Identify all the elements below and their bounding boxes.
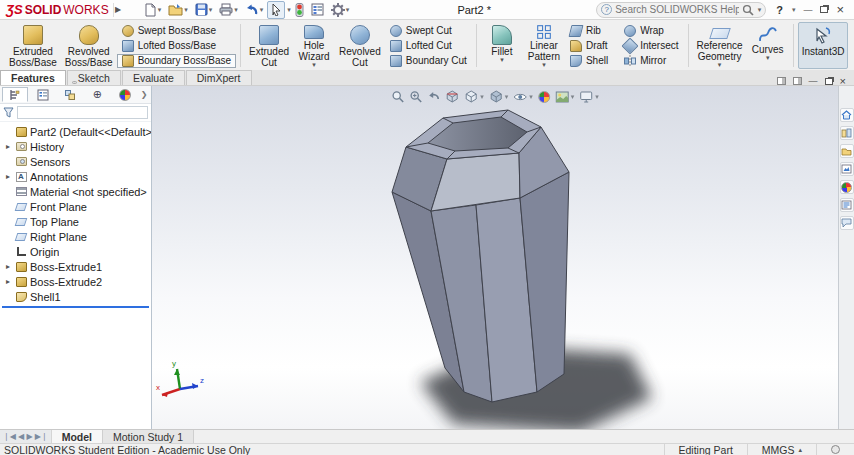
tree-item-top-plane[interactable]: Top Plane — [0, 214, 151, 229]
view-settings-caret[interactable]: ▾ — [595, 93, 599, 101]
rollback-bar[interactable] — [2, 306, 149, 308]
tree-item-shell1[interactable]: Shell1 — [0, 289, 151, 304]
reference-geometry-caret[interactable]: ▾ — [718, 62, 722, 68]
design-library-tab[interactable] — [840, 126, 854, 140]
print-button[interactable]: ▾ — [216, 1, 241, 19]
hole-wizard-button[interactable]: Hole Wizard ▾ — [293, 22, 335, 69]
tree-item-front-plane[interactable]: Front Plane — [0, 199, 151, 214]
open-file-button[interactable]: ▾ — [165, 1, 191, 19]
file-properties-button[interactable] — [308, 1, 327, 19]
tree-item-sensors[interactable]: Sensors — [0, 154, 151, 169]
tree-item-annotations[interactable]: ▸ A Annotations — [0, 169, 151, 184]
reference-geometry-button[interactable]: Reference Geometry ▾ — [693, 22, 747, 69]
model-canvas[interactable]: y x z — [152, 86, 838, 429]
swept-boss-base-button[interactable]: Swept Boss/Base — [117, 24, 236, 38]
edit-appearance-button[interactable] — [537, 90, 551, 104]
panel-splitter-handle[interactable] — [72, 81, 77, 84]
curves-button[interactable]: Curves ▾ — [747, 22, 789, 69]
hole-wizard-caret[interactable]: ▾ — [312, 62, 316, 68]
tree-item-right-plane[interactable]: Right Plane — [0, 229, 151, 244]
display-style-button[interactable]: ▾ — [488, 89, 510, 104]
tag-status-button[interactable] — [816, 444, 854, 455]
expand-arrow-icon[interactable]: ▸ — [4, 262, 12, 271]
revolved-cut-button[interactable]: Revolved Cut — [335, 22, 385, 69]
wrap-button[interactable]: Wrap — [619, 24, 683, 38]
tab-features[interactable]: Features — [0, 70, 66, 85]
tab-dimxpert[interactable]: DimXpert — [186, 70, 252, 85]
view-orientation-button[interactable]: ▾ — [463, 89, 485, 104]
swept-cut-button[interactable]: Swept Cut — [385, 24, 472, 38]
extruded-boss-base-button[interactable]: Extruded Boss/Base — [5, 22, 61, 69]
displaymanager-tab[interactable] — [112, 87, 138, 102]
search-icon[interactable] — [742, 4, 754, 16]
configurationmanager-tab[interactable] — [57, 87, 83, 102]
zoom-to-area-button[interactable] — [408, 89, 423, 104]
intersect-button[interactable]: Intersect — [619, 39, 683, 53]
search-help-box[interactable]: ? Search SOLIDWORKS Help ▾ — [596, 2, 766, 18]
doc-minimize-button[interactable]: — — [809, 77, 818, 85]
apply-scene-caret[interactable]: ▾ — [571, 93, 575, 101]
undo-button[interactable]: ▾ — [242, 1, 267, 19]
display-pane-right-icon[interactable] — [793, 77, 802, 85]
tree-item-boss-extrude2[interactable]: ▸ Boss-Extrude2 — [0, 274, 151, 289]
view-palette-tab[interactable] — [840, 162, 854, 176]
help-menu-button[interactable]: ? — [776, 4, 783, 16]
hide-show-items-button[interactable]: ▾ — [512, 90, 534, 104]
previous-view-button[interactable] — [426, 89, 441, 104]
unit-system-selector[interactable]: MMGS ▴ — [747, 444, 816, 455]
tab-evaluate[interactable]: Evaluate — [122, 70, 185, 85]
display-pane-left-icon[interactable] — [777, 77, 786, 85]
rib-button[interactable]: Rib — [565, 24, 613, 38]
options-button[interactable]: ▾ — [328, 1, 353, 19]
boundary-boss-base-button[interactable]: Boundary Boss/Base — [117, 54, 236, 68]
section-view-button[interactable] — [444, 89, 460, 104]
fillet-button[interactable]: Fillet ▾ — [481, 22, 523, 69]
search-input[interactable]: Search SOLIDWORKS Help — [615, 4, 738, 15]
select-caret[interactable]: ▾ — [287, 6, 291, 14]
tree-item-origin[interactable]: Origin — [0, 244, 151, 259]
manager-tabs-overflow-arrow[interactable]: ❯ — [139, 90, 149, 99]
study-tab-navigation[interactable]: ❘◀ ◀ ▶ ▶❘ — [0, 430, 52, 443]
units-caret-icon[interactable]: ▴ — [798, 446, 802, 454]
hide-show-caret[interactable]: ▾ — [529, 93, 533, 101]
view-settings-button[interactable]: ▾ — [578, 90, 600, 104]
custom-properties-tab[interactable] — [840, 198, 854, 212]
linear-pattern-button[interactable]: Linear Pattern ▾ — [523, 22, 565, 69]
save-button[interactable]: ▾ — [192, 1, 216, 19]
apply-scene-button[interactable]: ▾ — [554, 90, 576, 104]
menu-expand-arrow[interactable]: ▶ — [113, 3, 123, 17]
shell-button[interactable]: Shell — [565, 54, 613, 68]
linear-pattern-caret[interactable]: ▾ — [542, 62, 546, 68]
expand-arrow-icon[interactable]: ▸ — [4, 277, 12, 286]
undo-caret[interactable]: ▾ — [260, 6, 264, 14]
new-file-caret[interactable]: ▾ — [158, 6, 162, 14]
rebuild-button[interactable] — [292, 1, 307, 19]
minimize-button[interactable]: — — [803, 5, 812, 15]
tab-model[interactable]: Model — [52, 430, 103, 443]
tree-item-boss-extrude1[interactable]: ▸ Boss-Extrude1 — [0, 259, 151, 274]
save-caret[interactable]: ▾ — [209, 6, 213, 14]
doc-restore-button[interactable] — [825, 78, 833, 85]
new-file-button[interactable]: ▾ — [141, 1, 165, 19]
featuremanager-tab[interactable] — [2, 87, 28, 102]
print-caret[interactable]: ▾ — [234, 6, 238, 14]
curves-caret[interactable]: ▾ — [766, 55, 770, 61]
lofted-boss-base-button[interactable]: Lofted Boss/Base — [117, 39, 236, 53]
expand-arrow-icon[interactable]: ▸ — [4, 142, 12, 151]
options-caret[interactable]: ▾ — [346, 6, 350, 14]
expand-arrow-icon[interactable]: ▸ — [4, 172, 12, 181]
file-explorer-tab[interactable] — [840, 144, 854, 158]
appearances-scenes-tab[interactable] — [840, 180, 854, 194]
tree-item-part[interactable]: Part2 (Default<<Default>_Display S — [0, 124, 151, 139]
tree-filter-input[interactable] — [17, 106, 148, 119]
draft-button[interactable]: Draft — [565, 39, 613, 53]
display-style-caret[interactable]: ▾ — [505, 93, 509, 101]
propertymanager-tab[interactable] — [29, 87, 55, 102]
graphics-viewport[interactable]: y x z — [152, 86, 838, 429]
view-orientation-caret[interactable]: ▾ — [480, 93, 484, 101]
tab-nav-arrows[interactable]: ❘◀ ◀ ▶ ▶❘ — [3, 432, 48, 441]
zoom-to-fit-button[interactable] — [390, 89, 405, 104]
dimxpertmanager-tab[interactable]: ⊕ — [84, 87, 110, 102]
solidworks-forum-tab[interactable] — [840, 216, 854, 230]
doc-close-button[interactable]: × — [840, 77, 846, 85]
